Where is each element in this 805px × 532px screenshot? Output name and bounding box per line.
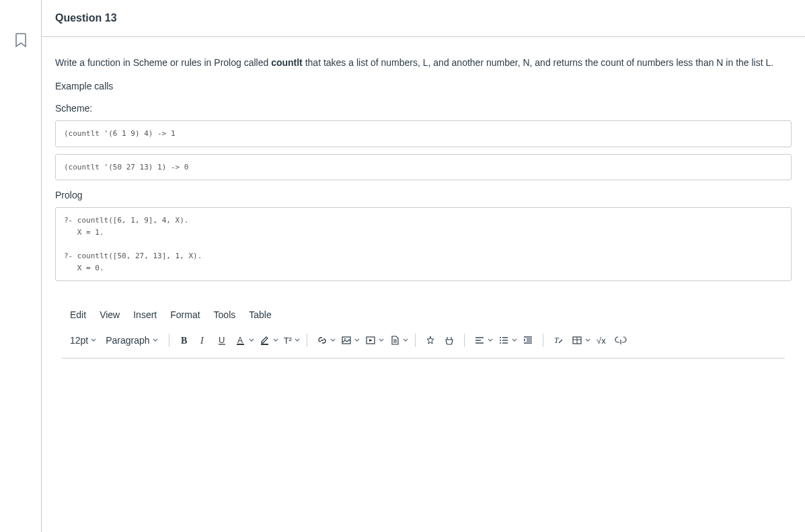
menu-tools[interactable]: Tools bbox=[210, 308, 243, 321]
separator bbox=[543, 334, 543, 347]
separator bbox=[307, 334, 307, 347]
prompt-text: Write a function in Scheme or rules in P… bbox=[55, 56, 792, 70]
menu-table[interactable]: Table bbox=[245, 308, 278, 321]
svg-text:U: U bbox=[219, 335, 225, 345]
code-block-scheme-1: (countlt '(6 1 9) 4) -> 1 bbox=[55, 120, 792, 147]
svg-point-8 bbox=[344, 338, 346, 340]
svg-rect-6 bbox=[261, 344, 268, 345]
svg-text:T: T bbox=[554, 336, 560, 345]
apps-button[interactable] bbox=[421, 331, 440, 350]
svg-text:B: B bbox=[181, 336, 187, 346]
table-button[interactable] bbox=[568, 331, 592, 350]
svg-text:A: A bbox=[237, 336, 243, 345]
prompt-keyword: countlt bbox=[271, 57, 303, 68]
link-button[interactable] bbox=[313, 331, 337, 350]
align-button[interactable] bbox=[470, 331, 494, 350]
list-button[interactable] bbox=[494, 331, 519, 350]
bookmark-icon[interactable] bbox=[15, 33, 27, 48]
chevron-down-icon bbox=[249, 338, 254, 343]
separator bbox=[415, 334, 416, 347]
svg-point-18 bbox=[500, 342, 501, 344]
question-header: Question 13 bbox=[42, 0, 805, 37]
rich-text-editor: Edit View Insert Format Tools Table 12pt… bbox=[55, 304, 792, 532]
font-size-label: 12pt bbox=[70, 335, 88, 346]
question-title: Question 13 bbox=[55, 12, 792, 24]
prompt-after: that takes a list of numbers, L, and ano… bbox=[303, 57, 773, 68]
block-format-label: Paragraph bbox=[106, 335, 149, 346]
svg-point-16 bbox=[500, 337, 501, 338]
media-button[interactable] bbox=[361, 331, 385, 350]
question-gutter bbox=[0, 0, 42, 532]
separator bbox=[464, 334, 465, 347]
image-button[interactable] bbox=[337, 331, 361, 350]
chevron-down-icon bbox=[295, 338, 300, 343]
menu-view[interactable]: View bbox=[95, 308, 126, 321]
embed-button[interactable] bbox=[611, 331, 631, 350]
text-color-button[interactable]: A bbox=[231, 331, 256, 350]
prolog-label: Prolog bbox=[55, 190, 792, 200]
equation-button[interactable]: √x bbox=[592, 331, 611, 350]
editor-content-area[interactable] bbox=[62, 358, 785, 532]
chevron-down-icon bbox=[512, 338, 517, 343]
chevron-down-icon bbox=[273, 338, 278, 343]
svg-point-17 bbox=[500, 340, 501, 341]
svg-line-27 bbox=[559, 340, 562, 343]
chevron-down-icon bbox=[330, 338, 336, 343]
underline-button[interactable]: U bbox=[213, 331, 231, 350]
indent-button[interactable] bbox=[519, 331, 537, 350]
plugin-button[interactable] bbox=[440, 331, 459, 350]
menu-edit[interactable]: Edit bbox=[66, 308, 93, 321]
svg-text:I: I bbox=[200, 336, 204, 346]
font-size-select[interactable]: 12pt bbox=[66, 331, 98, 350]
superscript-label: T² bbox=[284, 336, 292, 346]
svg-rect-5 bbox=[237, 344, 244, 345]
scheme-label: Scheme: bbox=[55, 103, 792, 114]
superscript-button[interactable]: T² bbox=[280, 331, 301, 350]
chevron-down-icon bbox=[403, 338, 408, 343]
prompt-before: Write a function in Scheme or rules in P… bbox=[55, 57, 271, 68]
italic-button[interactable]: I bbox=[194, 331, 213, 350]
code-block-scheme-2: (countlt '(50 27 13) 1) -> 0 bbox=[55, 154, 792, 181]
chevron-down-icon bbox=[488, 338, 493, 343]
highlight-color-button[interactable] bbox=[256, 331, 280, 350]
editor-menubar: Edit View Insert Format Tools Table bbox=[62, 304, 785, 328]
block-format-select[interactable]: Paragraph bbox=[102, 331, 159, 350]
document-button[interactable] bbox=[385, 331, 410, 350]
menu-insert[interactable]: Insert bbox=[129, 308, 163, 321]
chevron-down-icon bbox=[354, 338, 360, 343]
chevron-down-icon bbox=[91, 338, 96, 343]
example-calls-label: Example calls bbox=[55, 79, 792, 93]
chevron-down-icon bbox=[585, 338, 590, 343]
code-block-prolog: ?- countlt([6, 1, 9], 4, X). X = 1. ?- c… bbox=[55, 207, 792, 281]
chevron-down-icon bbox=[153, 338, 158, 343]
equation-label: √x bbox=[597, 336, 606, 346]
menu-format[interactable]: Format bbox=[166, 308, 206, 321]
question-body: Write a function in Scheme or rules in P… bbox=[42, 37, 805, 532]
editor-toolbar: 12pt Paragraph B I U bbox=[62, 328, 785, 358]
bold-button[interactable]: B bbox=[175, 331, 194, 350]
chevron-down-icon bbox=[379, 338, 384, 343]
clear-formatting-button[interactable]: T bbox=[549, 331, 568, 350]
separator bbox=[169, 334, 169, 347]
